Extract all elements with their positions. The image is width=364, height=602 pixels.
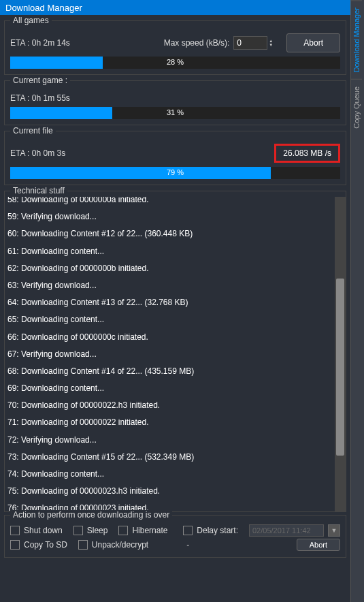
log-line[interactable]: 69: Downloading content... [5,380,346,397]
checkbox-sleep[interactable] [73,526,83,535]
section-all-games: All games ETA : 0h 2m 14s Max speed (kB/… [4,20,346,75]
log-line[interactable]: 71: Downloading of 00000022 initiated. [5,414,346,431]
current-file-eta: ETA : 0h 0m 3s [10,148,274,158]
section-title-current-game: Current game : [10,76,70,85]
log-line[interactable]: 65: Downloading content... [5,311,346,328]
abort-all-button[interactable]: Abort [286,33,340,52]
log-line[interactable]: 62: Downloading of 0000000b initiated. [5,260,346,277]
current-file-speed: 26.083 MB /s [274,144,340,163]
current-game-progress: 31 % [10,107,340,119]
log-line[interactable]: 59: Verifying download... [5,208,346,225]
sidetab-copy-queue[interactable]: Copy Queue [351,79,362,136]
log-line[interactable]: 66: Downloading of 0000000c initiated. [5,329,346,346]
delay-start-input[interactable]: 02/05/2017 11:42 [249,524,324,537]
checkbox-unpack[interactable] [78,540,88,550]
date-picker-button[interactable]: ▼ [328,524,340,537]
section-title-technical: Technical stuff [10,186,67,195]
log-line[interactable]: 72: Verifying download... [5,432,346,449]
current-game-eta: ETA : 0h 1m 55s [10,93,340,103]
label-sleep[interactable]: Sleep [87,526,108,535]
log-line[interactable]: 58: Downloading of 0000000a initiated. [5,197,346,208]
checkbox-copy-to-sd[interactable] [10,540,20,550]
log-container: 58: Downloading of 0000000a initiated.59… [5,197,346,511]
scroll-thumb[interactable] [336,279,344,456]
section-current-game: Current game : ETA : 0h 1m 55s 31 % [4,80,346,125]
post-action-dash: - [186,540,189,550]
all-games-eta: ETA : 0h 2m 14s [10,38,164,48]
current-game-progress-text: 31 % [10,108,340,116]
checkbox-shutdown[interactable] [10,526,20,535]
label-copy-to-sd[interactable]: Copy To SD [24,540,67,550]
all-games-progress-text: 28 % [10,58,340,66]
label-delay-start[interactable]: Delay start: [197,526,238,535]
sidetab-download-manager[interactable]: Download Manager [351,0,362,79]
log-line[interactable]: 67: Verifying download... [5,346,346,363]
section-technical: Technical stuff 58: Downloading of 00000… [4,191,346,512]
checkbox-hibernate[interactable] [118,526,128,535]
log-line[interactable]: 60: Downloading Content #12 of 22... (36… [5,225,346,242]
log-line[interactable]: 75: Downloading of 00000023.h3 initiated… [5,483,346,500]
current-file-progress: 79 % [10,167,340,179]
section-title-post-action: Action to perform once downloading is ov… [10,510,172,520]
checkbox-delay-start[interactable] [183,526,193,535]
label-hibernate[interactable]: Hibernate [132,526,167,535]
scrollbar[interactable] [335,197,346,511]
sidebar: Download Manager Copy Queue [350,0,364,602]
log-line[interactable]: 61: Downloading content... [5,243,346,260]
log-line[interactable]: 70: Downloading of 00000022.h3 initiated… [5,397,346,414]
log-line[interactable]: 64: Downloading Content #13 of 22... (32… [5,294,346,311]
section-title-all-games: All games [10,16,52,25]
window-titlebar: Download Manager [0,0,350,15]
section-current-file: Current file ETA : 0h 0m 3s 26.083 MB /s… [4,131,346,185]
all-games-progress: 28 % [10,57,340,69]
window-title: Download Manager [5,3,82,13]
log-line[interactable]: 68: Downloading Content #14 of 22... (43… [5,363,346,380]
log-line[interactable]: 74: Downloading content... [5,466,346,483]
max-speed-input[interactable]: 0 [233,36,267,50]
log-line[interactable]: 63: Verifying download... [5,277,346,294]
log-line[interactable]: 73: Downloading Content #15 of 22... (53… [5,449,346,466]
max-speed-label: Max speed (kB/s): [164,38,230,48]
current-file-progress-text: 79 % [10,168,340,176]
label-unpack[interactable]: Unpack/decrypt [92,540,148,550]
spin-down-icon[interactable]: ▼ [269,43,273,47]
abort-bottom-button[interactable]: Abort [297,539,340,551]
section-post-action: Action to perform once downloading is ov… [4,515,346,558]
label-shutdown[interactable]: Shut down [24,526,63,535]
section-title-current-file: Current file [10,126,56,136]
